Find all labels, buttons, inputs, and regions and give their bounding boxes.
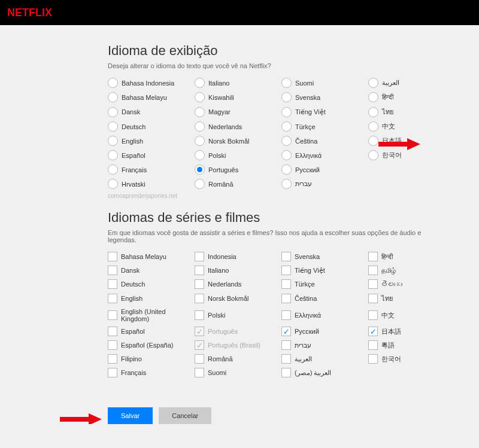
option-label: Hrvatski [122,181,145,188]
option-label: 한국어 [382,151,402,160]
option-label: العربية (مصر) [295,369,331,377]
option-label: Čeština [295,295,317,302]
content-language-option[interactable]: English [108,293,189,304]
display-language-option[interactable]: Français [108,164,189,175]
content-language-option[interactable]: English (United Kingdom) [108,308,189,322]
option-label: Magyar [208,108,231,115]
content-language-option[interactable]: Svenska [281,252,362,261]
display-language-option[interactable]: Svenska [281,92,362,102]
option-label: ไทย [382,106,393,117]
option-label: 粵語 [381,341,395,350]
display-language-option[interactable]: Hrvatski [108,179,189,189]
netflix-logo: NETFLIX [7,7,52,19]
option-label: Polski [208,312,225,319]
option-label: Svenska [295,253,320,260]
content-language-option[interactable]: Indonesia [195,252,275,261]
content-language-option[interactable]: ไทย [368,293,449,304]
option-label: Tiếng Việt [295,267,325,275]
display-language-option[interactable]: Magyar [195,106,275,117]
content-language-option[interactable]: Filipino [108,354,189,364]
option-label: Dansk [121,267,140,274]
content-language-option[interactable]: Dansk [108,266,189,275]
display-language-option[interactable]: English [108,136,189,146]
radio-icon [195,150,205,160]
radio-icon [195,121,205,132]
content-language-option[interactable]: ✓Русский [281,327,362,336]
content-language-option[interactable]: العربية (مصر) [281,368,362,377]
checkbox-icon [108,340,117,350]
display-language-option[interactable]: Tiếng Việt [281,106,362,117]
display-language-option[interactable]: Norsk Bokmål [195,136,275,146]
content-language-option[interactable]: Italiano [195,266,275,275]
content-language-option[interactable]: 粵語 [368,340,449,350]
display-language-option[interactable]: Bahasa Melayu [108,92,189,102]
display-language-option[interactable]: Türkçe [281,121,362,132]
option-label: Norsk Bokmål [208,295,248,302]
content-language-option[interactable]: Español (España) [108,340,189,350]
content-language-option[interactable]: 中文 [368,308,449,322]
radio-icon [195,107,205,117]
content-language-option[interactable]: தமிழ் [368,266,449,275]
checkbox-icon [108,327,117,336]
content-language-option[interactable]: Deutsch [108,279,189,289]
checkbox-icon [195,354,204,364]
content-language-option[interactable]: Čeština [281,293,362,304]
content-language-option[interactable]: Polski [195,308,275,322]
display-language-option[interactable]: Kiswahili [195,92,275,102]
display-language-option[interactable]: Italiano [195,78,275,88]
display-language-option[interactable]: עברית [281,179,362,189]
content-language-option[interactable]: Suomi [195,368,275,377]
radio-icon [108,179,118,189]
content-language-option[interactable]: Norsk Bokmål [195,293,275,304]
content-language-option[interactable]: ✓日本語 [368,327,449,336]
content-language-option[interactable]: Nederlands [195,279,275,289]
content-language-option[interactable]: Română [195,354,275,364]
checkbox-icon [281,279,291,289]
checkbox-icon [195,310,204,320]
display-language-option[interactable]: Español [108,150,189,160]
content-language-option[interactable]: Türkçe [281,279,362,289]
display-language-option[interactable]: Română [195,179,275,189]
radio-icon [108,121,118,132]
content-language-desc: Em que idiomas você gosta de assistir a … [108,229,449,243]
content-language-option[interactable]: Français [108,368,189,377]
content-language-option[interactable]: Tiếng Việt [281,266,362,275]
option-label: Português [208,166,238,173]
display-language-option[interactable]: العربية [368,78,449,88]
display-language-option[interactable]: Bahasa Indonesia [108,78,189,88]
content-language-option[interactable]: Ελληνικά [281,308,362,322]
display-language-option[interactable]: Nederlands [195,121,275,132]
content-language-option[interactable]: हिन्दी [368,252,449,261]
display-language-option[interactable]: Suomi [281,78,362,88]
checkbox-icon [108,310,117,320]
save-button[interactable]: Salvar [108,407,153,424]
content-language-option[interactable]: Español [108,327,189,336]
content-language-option[interactable]: Bahasa Melayu [108,252,189,261]
display-language-option[interactable]: हिन्दी [368,92,449,102]
display-language-option[interactable]: 한국어 [368,150,449,160]
display-language-option[interactable]: 日本語 [368,136,449,146]
content-language-option[interactable]: עברית [281,340,362,350]
display-language-option[interactable]: Deutsch [108,121,189,132]
option-label: 日本語 [382,136,402,145]
radio-icon [195,179,205,189]
radio-icon [195,92,205,102]
option-label: Suomi [208,369,226,376]
display-language-option[interactable]: Português [195,164,275,175]
display-language-option[interactable]: Русский [281,164,362,175]
option-label: Español (España) [121,342,173,349]
content-language-option[interactable]: తెలుగు [368,279,449,289]
checkbox-icon [195,266,204,275]
display-language-option[interactable]: Dansk [108,106,189,117]
display-language-option[interactable]: 中文 [368,121,449,132]
radio-icon [108,107,118,117]
display-language-option[interactable]: ไทย [368,106,449,117]
display-language-option[interactable]: Polski [195,150,275,160]
display-language-option[interactable]: Čeština [281,136,362,146]
content-language-option[interactable]: العربية [281,354,362,364]
radio-icon [368,150,378,160]
content-language-option[interactable]: 한국어 [368,354,449,364]
cancel-button[interactable]: Cancelar [159,407,211,424]
display-language-option[interactable]: Ελληνικά [281,150,362,160]
display-language-title: Idioma de exibição [108,43,449,59]
